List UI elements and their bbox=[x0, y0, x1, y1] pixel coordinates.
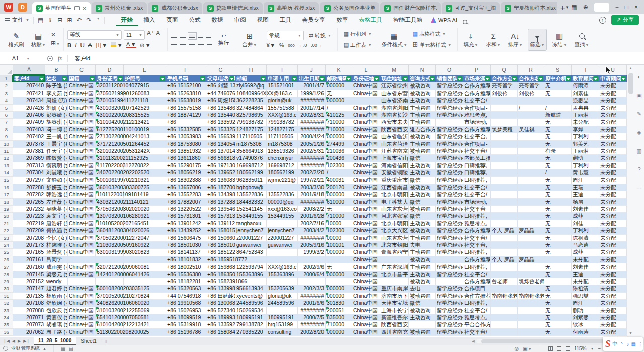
cell[interactable]: 370503200302020020 bbox=[96, 206, 124, 213]
cell[interactable]: 罗晶晶 bbox=[518, 256, 544, 263]
cell[interactable]: China中国 bbox=[352, 213, 380, 220]
cell[interactable]: China中国 bbox=[352, 206, 380, 213]
sheet-tab-Sheet1[interactable]: Sheet1 bbox=[76, 337, 101, 345]
cell[interactable] bbox=[491, 321, 518, 328]
cell[interactable]: 360481200304020026 bbox=[96, 227, 124, 234]
last-sheet-icon[interactable]: ▶❘ bbox=[23, 339, 30, 343]
minimize-button[interactable]: − bbox=[615, 4, 619, 11]
cell[interactable]: ######## bbox=[298, 307, 326, 314]
cell[interactable]: 山东省东营 bbox=[380, 235, 409, 242]
cell[interactable]: 未分配 bbox=[599, 213, 627, 220]
italic-button[interactable]: I bbox=[75, 42, 76, 48]
menu-item-开始[interactable]: 开始 bbox=[116, 14, 138, 26]
highlight-color-button[interactable]: ▼ bbox=[111, 42, 122, 48]
cell[interactable]: China中国 bbox=[68, 321, 96, 328]
cell[interactable]: 799138782 bbox=[267, 119, 298, 126]
header-cell[interactable]: 咨询方式 bbox=[409, 75, 436, 82]
cell[interactable]: China中国 bbox=[68, 227, 96, 234]
cell[interactable] bbox=[267, 256, 298, 263]
cell[interactable]: 180995191 bbox=[267, 314, 298, 321]
cell[interactable]: China中国 bbox=[68, 97, 96, 104]
sort-button[interactable]: A↓ 排序▼ bbox=[506, 29, 525, 51]
cell[interactable]: 主动咨询 bbox=[409, 220, 436, 227]
cell[interactable]: 被动咨询 bbox=[409, 329, 436, 336]
cell[interactable]: +86 13552283 bbox=[166, 191, 206, 198]
smart-fill-icon[interactable] bbox=[47, 56, 53, 61]
cell[interactable] bbox=[436, 119, 463, 126]
cell[interactable]: 留学总经办 bbox=[436, 213, 463, 220]
cell[interactable]: 合作项目- bbox=[463, 285, 491, 292]
cell[interactable] bbox=[491, 119, 518, 126]
cell[interactable]: 马恋迪 bbox=[572, 242, 599, 249]
cell[interactable]: 无 bbox=[544, 227, 572, 234]
cell[interactable]: 留学总经办 bbox=[436, 242, 463, 249]
cell[interactable]: 口碑推荐, bbox=[463, 263, 491, 271]
cell[interactable] bbox=[518, 119, 544, 126]
cell[interactable]: 亮哥留学 bbox=[518, 82, 544, 90]
cell[interactable]: 110105200207165451 bbox=[96, 220, 124, 227]
row-number[interactable]: 12 bbox=[0, 155, 13, 162]
cell[interactable]: 207088 bbox=[13, 307, 45, 314]
cell[interactable]: 主动咨询 bbox=[409, 105, 436, 112]
header-cell[interactable]: 邮箱 bbox=[235, 75, 267, 82]
cell[interactable]: 2005/9/16 bbox=[298, 242, 326, 249]
column-header-E[interactable]: E bbox=[124, 65, 166, 75]
cell[interactable]: 蒯玏 bbox=[572, 307, 599, 314]
cell[interactable]: 唐浩轩 (男 bbox=[45, 220, 68, 227]
cell[interactable]: 无 bbox=[544, 235, 572, 242]
cell[interactable] bbox=[491, 199, 518, 206]
cell[interactable]: 000000 bbox=[326, 97, 352, 104]
cell[interactable]: 留学总经办 bbox=[436, 169, 463, 177]
cell[interactable] bbox=[491, 314, 518, 321]
cell[interactable]: 207378 bbox=[13, 141, 45, 148]
cell[interactable]: +44 7460762888 bbox=[206, 90, 235, 97]
cell[interactable]: 200436 bbox=[326, 155, 352, 162]
cell[interactable]: 社交平台/ bbox=[463, 329, 491, 336]
cell[interactable]: 留学总经办 bbox=[436, 191, 463, 198]
cell[interactable] bbox=[518, 300, 544, 307]
worksheet-button[interactable]: ▤ 工作表▼ bbox=[341, 40, 374, 50]
cell[interactable]: 山东省东营 bbox=[380, 206, 409, 213]
cell[interactable]: 340826200106060020 bbox=[96, 300, 124, 307]
cell[interactable]: +86 52734062 bbox=[206, 307, 235, 314]
cell[interactable]: 000000 bbox=[326, 271, 352, 278]
row-number[interactable]: 32 bbox=[0, 300, 13, 307]
cell[interactable]: 207062 bbox=[13, 329, 45, 336]
cell[interactable]: v17490376 bbox=[235, 155, 267, 162]
cell[interactable]: / bbox=[326, 169, 352, 177]
layout-icon[interactable]: ▣ bbox=[636, 92, 641, 99]
cell[interactable]: 2000/7/5 bbox=[298, 314, 326, 321]
cell[interactable]: 1999/3/2 bbox=[298, 249, 326, 256]
cell[interactable]: +86 15152100 bbox=[166, 82, 206, 90]
cell[interactable]: 西安市未央 bbox=[380, 119, 409, 126]
cell[interactable]: 刘妍 (女) bbox=[45, 105, 68, 112]
column-header-D[interactable]: D bbox=[96, 65, 124, 75]
cell[interactable]: 杨眉 bbox=[572, 199, 599, 206]
cell[interactable]: 刘素佳 bbox=[572, 263, 599, 271]
cell[interactable]: 410125 bbox=[326, 112, 352, 119]
cell[interactable] bbox=[518, 314, 544, 321]
format-painter-button[interactable]: ✎ 格式刷 bbox=[7, 29, 26, 51]
normal-view-icon[interactable] bbox=[548, 346, 553, 351]
cell[interactable]: China中国 bbox=[68, 293, 96, 300]
cell[interactable]: +86 13439252 bbox=[166, 227, 206, 234]
row-number[interactable]: 35 bbox=[0, 321, 13, 328]
cell[interactable]: 无 bbox=[544, 293, 572, 300]
cell[interactable]: China中国 bbox=[352, 155, 380, 162]
cell[interactable]: 962835011 bbox=[235, 177, 267, 184]
cell[interactable]: 凯烁曾老师 bbox=[518, 278, 544, 285]
cell[interactable]: 被动咨询 bbox=[409, 278, 436, 285]
document-tab[interactable]: S成都公积金.xlsx bbox=[148, 2, 202, 14]
row-number[interactable]: 1 bbox=[0, 75, 13, 82]
cell[interactable]: 710000 bbox=[326, 321, 352, 328]
menu-item-数据[interactable]: 数据 bbox=[206, 14, 229, 26]
thousands-button[interactable]: 000 bbox=[288, 43, 294, 48]
cell[interactable]: ######## bbox=[298, 199, 326, 206]
cell[interactable]: tanghaoxu bbox=[235, 220, 267, 227]
row-number[interactable]: 29 bbox=[0, 278, 13, 285]
cell[interactable] bbox=[491, 191, 518, 198]
cell[interactable]: 610104200212213421 bbox=[96, 321, 124, 328]
cell[interactable]: 无 bbox=[544, 321, 572, 328]
cell[interactable] bbox=[491, 184, 518, 191]
cell[interactable]: 留学总经办 bbox=[436, 112, 463, 119]
